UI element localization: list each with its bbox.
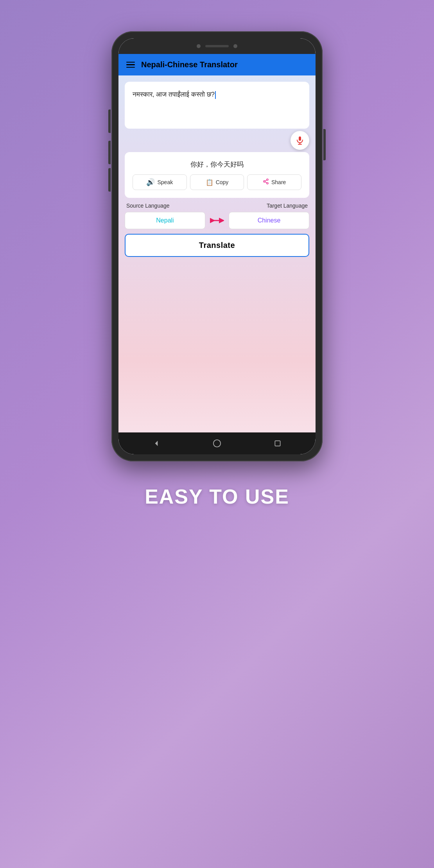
target-language-text: Chinese bbox=[258, 217, 281, 224]
language-labels: Source Language Target Language bbox=[125, 203, 309, 209]
phone-device: Nepali-Chinese Translator नमस्कार, आज तप… bbox=[111, 31, 323, 461]
svg-marker-10 bbox=[155, 441, 158, 446]
svg-line-6 bbox=[265, 182, 267, 183]
svg-line-7 bbox=[265, 180, 267, 181]
translate-button[interactable]: Translate bbox=[125, 234, 309, 257]
share-icon bbox=[263, 178, 269, 186]
translate-button-label: Translate bbox=[199, 241, 235, 249]
phone-screen: Nepali-Chinese Translator नमस्कार, आज तप… bbox=[118, 38, 316, 454]
hamburger-line-3 bbox=[126, 67, 135, 68]
svg-rect-12 bbox=[275, 441, 280, 446]
hamburger-line-1 bbox=[126, 62, 135, 63]
input-text[interactable]: नमस्कार, आज तपाईंलाई कस्तो छ? bbox=[133, 90, 301, 100]
swap-icon bbox=[210, 217, 224, 224]
camera-dot-2 bbox=[233, 44, 237, 48]
recent-navigation-button[interactable] bbox=[271, 436, 285, 450]
svg-point-3 bbox=[267, 179, 268, 180]
tagline-section: EASY TO USE bbox=[145, 485, 289, 508]
input-card[interactable]: नमस्कार, आज तपाईंलाई कस्तो छ? bbox=[125, 82, 309, 129]
svg-rect-0 bbox=[299, 136, 301, 141]
camera-dot bbox=[197, 44, 201, 48]
copy-button[interactable]: 📋 Copy bbox=[190, 174, 244, 190]
menu-button[interactable] bbox=[126, 62, 135, 68]
target-language-button[interactable]: Chinese bbox=[229, 212, 309, 229]
svg-point-4 bbox=[264, 181, 265, 182]
phone-body: Nepali-Chinese Translator नमस्कार, आज तप… bbox=[111, 31, 323, 461]
input-text-content: नमस्कार, आज तपाईंलाई कस्तो छ? bbox=[133, 91, 215, 98]
tagline-text: EASY TO USE bbox=[145, 485, 289, 508]
app-title: Nepali-Chinese Translator bbox=[141, 60, 238, 69]
phone-top-bar bbox=[118, 38, 316, 54]
text-cursor bbox=[215, 91, 216, 99]
copy-label: Copy bbox=[216, 179, 229, 185]
action-buttons: 🔊 Speak 📋 Copy bbox=[133, 174, 301, 190]
speak-icon: 🔊 bbox=[146, 178, 155, 187]
source-language-text: Nepali bbox=[156, 217, 174, 224]
speaker-slot bbox=[205, 45, 229, 47]
share-button[interactable]: Share bbox=[247, 174, 301, 190]
recent-nav-icon bbox=[274, 439, 282, 447]
source-language-button[interactable]: Nepali bbox=[125, 212, 205, 229]
app-main: नमस्कार, आज तपाईंलाई कस्तो छ? bbox=[118, 75, 316, 432]
output-card: 你好，你今天好吗 🔊 Speak 📋 Copy bbox=[125, 152, 309, 198]
swap-languages-button[interactable] bbox=[208, 215, 226, 226]
app-header: Nepali-Chinese Translator bbox=[118, 54, 316, 75]
speak-button[interactable]: 🔊 Speak bbox=[133, 174, 187, 190]
share-label: Share bbox=[271, 179, 286, 185]
bottom-navigation bbox=[118, 432, 316, 454]
target-language-label: Target Language bbox=[267, 203, 308, 209]
microphone-button[interactable] bbox=[291, 131, 309, 150]
speak-label: Speak bbox=[157, 179, 173, 185]
svg-point-5 bbox=[267, 183, 268, 184]
source-language-label: Source Language bbox=[126, 203, 170, 209]
translated-text: 你好，你今天好吗 bbox=[133, 160, 301, 169]
language-section: Source Language Target Language Nepali bbox=[125, 203, 309, 229]
home-navigation-button[interactable] bbox=[210, 436, 224, 451]
app-content: Nepali-Chinese Translator नमस्कार, आज तप… bbox=[118, 54, 316, 454]
hamburger-line-2 bbox=[126, 64, 135, 65]
back-nav-icon bbox=[152, 439, 160, 447]
home-nav-icon bbox=[213, 439, 221, 448]
microphone-icon bbox=[295, 136, 305, 145]
copy-icon: 📋 bbox=[206, 179, 213, 186]
language-selectors: Nepali bbox=[125, 212, 309, 229]
svg-point-11 bbox=[213, 440, 221, 447]
back-navigation-button[interactable] bbox=[149, 436, 163, 450]
mic-button-wrapper bbox=[125, 131, 309, 150]
